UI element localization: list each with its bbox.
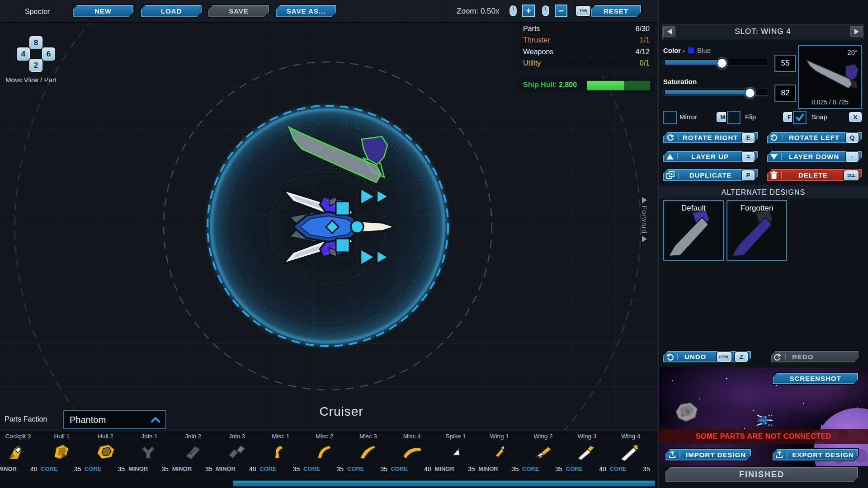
part-tile-hull-2[interactable]: Hull 2 CORE 35 [84, 430, 127, 475]
color-name: Blue [697, 47, 711, 54]
part-tile-wing-4[interactable]: Wing 4 CORE 35 [609, 430, 653, 475]
part-tile-hull-1[interactable]: Hull 1 CORE 35 [40, 430, 84, 475]
slot-prev-button[interactable] [663, 26, 675, 37]
wing1-part-icon [487, 442, 512, 463]
rotate-right-label: ROTATE RIGHT [682, 134, 738, 141]
flip-checkbox[interactable] [727, 111, 741, 124]
wing4-part-icon [618, 442, 643, 463]
stat-value: 1/1 [640, 36, 650, 44]
snap-checkbox[interactable] [793, 111, 807, 124]
stat-row-utility: Utility 0/1 [519, 58, 654, 69]
save-as-button[interactable]: SAVE AS... [276, 5, 336, 17]
part-cost: 40 [30, 465, 38, 473]
color-slider-handle[interactable] [717, 58, 727, 69]
part-tile-misc-1[interactable]: Misc 1 CORE 35 [259, 430, 302, 475]
part-name: Wing 1 [477, 433, 521, 440]
part-name: Misc 1 [259, 433, 302, 440]
divider [787, 451, 788, 458]
duplicate-keycap: P [742, 170, 755, 180]
move-right-key: 6 [42, 47, 55, 61]
finished-button[interactable]: FINISHED [665, 467, 858, 482]
wing3-part-icon [574, 442, 599, 463]
layer-down-button[interactable]: LAYER DOWN - [767, 151, 862, 162]
color-slider[interactable] [664, 59, 768, 66]
redo-button[interactable]: REDO [771, 351, 859, 362]
chevron-up-icon [151, 417, 160, 423]
export-design-button[interactable]: EXPORT DESIGN [773, 449, 858, 460]
save-button[interactable]: SAVE [208, 5, 269, 17]
part-cost: 35 [380, 465, 387, 473]
move-keys-label: Move View / Part [5, 76, 57, 84]
slot-title-bar: SLOT: WING 4 [662, 24, 863, 39]
delete-button[interactable]: DELETE DEL [767, 169, 862, 181]
duplicate-button[interactable]: DUPLICATE P [663, 169, 758, 181]
slot-next-button[interactable] [850, 26, 863, 37]
forward-indicator: Forward [637, 197, 652, 255]
divider [678, 134, 679, 141]
hull1-part-icon [49, 442, 75, 463]
saturation-value-box[interactable]: 82 [774, 84, 796, 102]
part-tile-spike-1[interactable]: Spike 1 MINOR 35 [434, 430, 478, 475]
mirror-checkbox[interactable] [663, 111, 677, 124]
trash-icon [770, 171, 778, 179]
arrow-left-icon [666, 28, 672, 35]
part-tile-wing-3[interactable]: Wing 3 CORE 40 [565, 430, 609, 475]
part-slot-type: MINOR [128, 465, 148, 473]
saturation-label: Saturation [663, 78, 697, 85]
part-tile-cockpit-3[interactable]: Cockpit 3 MINOR 40 [0, 430, 40, 475]
divider [781, 171, 782, 178]
forward-label: Forward [641, 206, 648, 234]
reset-button[interactable]: RESET [591, 5, 641, 17]
alt-design-forgotten[interactable]: Forgotten [726, 200, 787, 261]
rotate-right-button[interactable]: ROTATE RIGHT E [663, 132, 758, 143]
rotate-left-button[interactable]: ROTATE LEFT Q [767, 132, 862, 143]
hull-bar [586, 80, 651, 91]
color-value-box[interactable]: 55 [774, 55, 796, 72]
alt-design-default[interactable]: Default [663, 200, 724, 261]
part-tile-misc-3[interactable]: Misc 3 CORE 35 [346, 430, 390, 475]
screenshot-button[interactable]: SCREENSHOT [773, 373, 858, 384]
part-slot-type: CORE [566, 465, 583, 473]
parts-scrollbar-thumb[interactable] [233, 480, 655, 487]
import-design-button[interactable]: IMPORT DESIGN [665, 449, 751, 460]
forward-arrow-down-icon [641, 235, 647, 243]
load-button[interactable]: LOAD [141, 5, 202, 17]
part-tile-misc-2[interactable]: Misc 2 CORE 35 [302, 430, 346, 475]
flip-label: Flip [745, 113, 756, 121]
export-icon [776, 451, 783, 459]
part-slot-type: CORE [391, 465, 408, 473]
undo-icon [666, 353, 674, 361]
part-name: Wing 4 [609, 433, 653, 440]
part-name: Join 2 [171, 433, 215, 440]
duplicate-label: DUPLICATE [683, 171, 738, 179]
part-tile-join-2[interactable]: Join 2 MINOR 35 [171, 430, 215, 475]
part-name: Hull 2 [84, 433, 127, 440]
ship-assembly[interactable] [283, 189, 395, 265]
ship-thumbnail [756, 414, 774, 427]
hull-row: Ship Hull: 2,800 [519, 79, 654, 92]
stat-label: Utility [523, 59, 541, 67]
saturation-slider-handle[interactable] [745, 88, 755, 99]
hull-label: Ship Hull: 2,800 [523, 81, 577, 89]
part-cost: 35 [118, 465, 125, 473]
part-tile-wing-1[interactable]: Wing 1 MINOR 35 [477, 430, 521, 475]
undo-button[interactable]: UNDO CTRL Z [663, 351, 751, 362]
part-tile-wing-2[interactable]: Wing 2 CORE 35 [521, 430, 565, 475]
part-tile-join-3[interactable]: Join 3 MINOR 40 [215, 430, 259, 475]
saturation-slider[interactable] [664, 89, 768, 96]
divider [785, 353, 786, 360]
part-cost: 35 [512, 465, 519, 473]
parts-faction-dropdown[interactable]: Phantom [63, 410, 166, 429]
part-cost: 40 [424, 465, 431, 473]
part-cost: 40 [249, 465, 256, 473]
part-tile-join-1[interactable]: Join 1 MINOR 35 [127, 430, 171, 475]
zoom-out-button[interactable]: − [555, 5, 567, 17]
delete-keycap: DEL [844, 170, 859, 180]
hull2-part-icon [93, 442, 118, 463]
layer-up-button[interactable]: LAYER UP = [663, 151, 758, 162]
color-swatch [688, 47, 694, 53]
zoom-in-button[interactable]: + [522, 5, 535, 17]
part-tile-misc-4[interactable]: Misc 4 CORE 40 [390, 430, 434, 475]
part-slot-type: CORE [41, 465, 58, 473]
new-button[interactable]: NEW [73, 5, 133, 17]
